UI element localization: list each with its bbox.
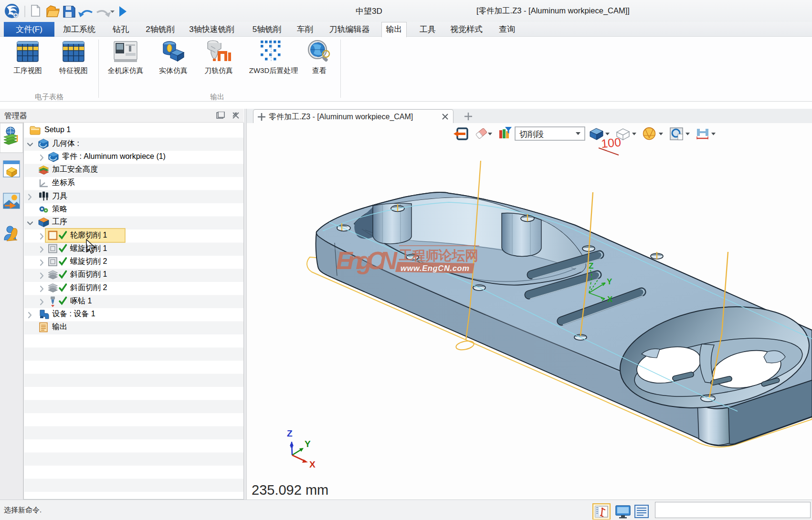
svg-text:www.EngCN.com: www.EngCN.com [401, 264, 469, 272]
svg-text:X: X [309, 459, 316, 469]
svg-text:EngCN: EngCN [336, 247, 398, 274]
svg-text:切削段: 切削段 [519, 130, 544, 139]
svg-text:235.092 mm: 235.092 mm [252, 482, 328, 498]
svg-text:X: X [607, 295, 613, 304]
svg-text:工程师论坛网: 工程师论坛网 [399, 248, 478, 263]
svg-text:Z: Z [287, 428, 293, 438]
svg-text:Y: Y [305, 439, 311, 449]
svg-text:Z: Z [589, 261, 593, 270]
svg-text:Y: Y [607, 277, 612, 286]
